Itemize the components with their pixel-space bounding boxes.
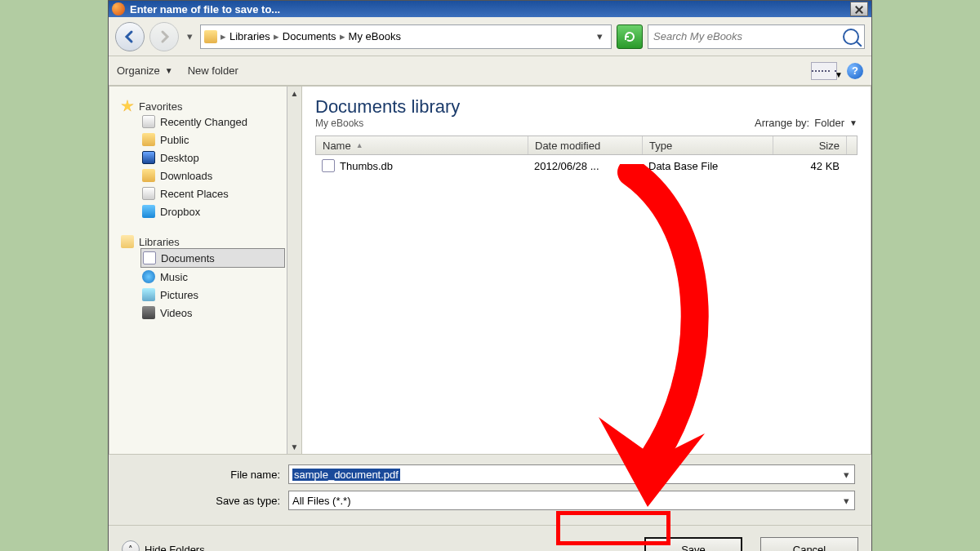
folder-icon [204, 30, 217, 43]
download-icon [142, 169, 155, 182]
saveastype-value: All Files (*.*) [292, 495, 351, 507]
nav-item-recently-changed[interactable]: Recently Changed [121, 113, 285, 131]
nav-item-videos[interactable]: Videos [121, 304, 285, 322]
organize-menu[interactable]: Organize ▼ [117, 64, 173, 77]
column-size[interactable]: Size [773, 136, 847, 154]
toolbar: Organize ▼ New folder ▼ ? [109, 56, 871, 86]
libraries-icon [121, 235, 134, 248]
nav-history-dropdown[interactable]: ▾ [184, 22, 195, 51]
column-headers: Name ▲ Date modified Type Size [315, 136, 858, 155]
navigation-pane: Favorites Recently Changed Public Deskto… [109, 86, 301, 455]
file-name: Thumbs.db [340, 160, 393, 172]
help-button[interactable]: ? [847, 63, 863, 79]
breadcrumb-seg-0[interactable]: Libraries [229, 30, 270, 42]
search-icon [843, 29, 859, 45]
nav-item-pictures[interactable]: Pictures [121, 286, 285, 304]
nav-item-dropbox[interactable]: Dropbox [121, 202, 285, 220]
chevron-up-icon: ˄ [122, 540, 140, 551]
column-date[interactable]: Date modified [528, 136, 643, 154]
column-name[interactable]: Name ▲ [316, 136, 528, 154]
dropbox-icon [142, 205, 155, 218]
nav-item-documents[interactable]: Documents [140, 248, 285, 268]
save-fields: File name: sample_document.pdf ▾ Save as… [109, 455, 871, 520]
titlebar: Enter name of file to save to... [109, 1, 871, 17]
favorites-label: Favorites [139, 100, 182, 113]
arrange-by-value: Folder [814, 117, 844, 129]
divider [109, 525, 871, 526]
nav-item-recent-places[interactable]: Recent Places [121, 184, 285, 202]
chevron-down-icon: ▼ [165, 66, 173, 75]
file-date: 2012/06/28 ... [528, 160, 642, 172]
arrange-by-label: Arrange by: [755, 117, 809, 129]
arrange-by-menu[interactable]: Arrange by: Folder ▼ [755, 117, 858, 129]
nav-item-public[interactable]: Public [121, 131, 285, 149]
nav-item-desktop[interactable]: Desktop [121, 149, 285, 167]
favorites-header[interactable]: Favorites [121, 100, 285, 113]
back-button[interactable] [115, 22, 145, 51]
hide-folders-button[interactable]: ˄ Hide Folders [122, 540, 205, 551]
new-folder-button[interactable]: New folder [188, 64, 238, 77]
document-icon [143, 251, 156, 264]
file-row[interactable]: Thumbs.db 2012/06/28 ... Data Base File … [315, 155, 858, 176]
recent-places-icon [142, 187, 155, 200]
star-icon [121, 100, 134, 113]
navpane-scrollbar[interactable]: ▲ ▼ [287, 87, 301, 454]
save-button[interactable]: Save [644, 537, 742, 551]
nav-item-music[interactable]: Music [121, 268, 285, 286]
cancel-button[interactable]: Cancel [760, 537, 858, 551]
search-placeholder: Search My eBooks [653, 30, 742, 42]
view-mode-button[interactable]: ▼ [811, 62, 837, 80]
videos-icon [142, 306, 155, 319]
filename-dropdown[interactable]: ▾ [840, 469, 853, 481]
file-icon [322, 159, 335, 172]
nav-row: ▾ ▸ Libraries ▸ Documents ▸ My eBooks ▾ … [109, 17, 871, 56]
libraries-header[interactable]: Libraries [121, 235, 285, 248]
filename-label: File name: [190, 469, 280, 481]
column-type[interactable]: Type [643, 136, 773, 154]
nav-item-downloads[interactable]: Downloads [121, 167, 285, 184]
breadcrumb-seg-2[interactable]: My eBooks [349, 30, 401, 42]
library-subtitle: My eBooks [315, 118, 460, 129]
titlebar-text: Enter name of file to save to... [130, 3, 280, 16]
breadcrumb[interactable]: ▸ Libraries ▸ Documents ▸ My eBooks ▾ [200, 24, 612, 49]
refresh-button[interactable] [617, 24, 643, 49]
close-button[interactable] [850, 2, 868, 16]
file-list-pane: Documents library My eBooks Arrange by: … [301, 86, 871, 455]
save-dialog: Enter name of file to save to... ▾ ▸ Lib… [108, 0, 872, 551]
recent-icon [142, 115, 155, 128]
saveastype-label: Save as type: [190, 495, 280, 507]
forward-button[interactable] [149, 22, 179, 51]
desktop-icon [142, 151, 155, 164]
music-icon [142, 270, 155, 283]
saveastype-select[interactable]: All Files (*.*) ▾ [288, 491, 855, 510]
breadcrumb-seg-1[interactable]: Documents [283, 30, 336, 42]
library-title: Documents library [315, 96, 460, 118]
filename-value: sample_document.pdf [292, 469, 400, 481]
folder-icon [142, 133, 155, 146]
file-size: 42 KB [773, 160, 846, 172]
breadcrumb-dropdown[interactable]: ▾ [591, 30, 608, 42]
pictures-icon [142, 288, 155, 301]
chevron-down-icon: ▼ [849, 118, 858, 127]
libraries-label: Libraries [139, 236, 180, 248]
scroll-down-icon[interactable]: ▼ [291, 440, 299, 454]
scroll-up-icon[interactable]: ▲ [291, 87, 299, 100]
firefox-icon [112, 2, 125, 16]
saveastype-dropdown[interactable]: ▾ [840, 495, 853, 507]
file-type: Data Base File [642, 160, 773, 172]
footer: ˄ Hide Folders Save Cancel [109, 531, 871, 551]
new-folder-label: New folder [188, 64, 238, 77]
search-input[interactable]: Search My eBooks [648, 24, 865, 49]
filename-input[interactable]: sample_document.pdf ▾ [288, 464, 855, 484]
organize-label: Organize [117, 64, 160, 77]
hide-folders-label: Hide Folders [145, 544, 205, 552]
